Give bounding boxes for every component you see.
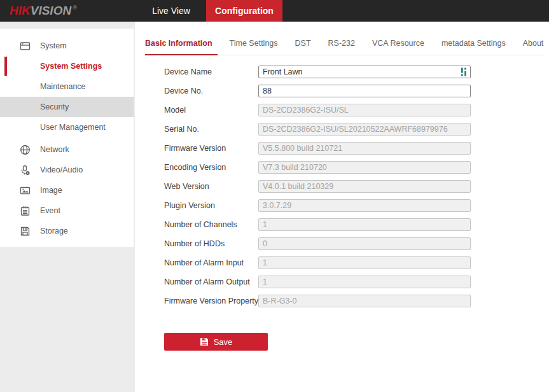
field-label: Serial No. [164,125,258,134]
sidebar-item-label: System [0,41,67,50]
field-label: Device Name [164,67,258,76]
sidebar-item-network[interactable]: Network [0,139,134,160]
sidebar-item-label: Network [0,145,69,154]
form-row-plugin-version: Plugin Version [164,196,471,215]
tab-basic-information[interactable]: Basic Information [145,33,212,55]
logo-text-red: HIK [10,4,31,18]
sidebar-item-label: Storage [0,227,68,235]
tab-time-settings[interactable]: Time Settings [230,33,278,55]
save-button[interactable]: Save [164,333,268,351]
logo-text-gray: VISION [31,4,71,18]
sidebar-item-label: Image [0,186,62,195]
notepad-icon [20,206,31,216]
nav-configuration[interactable]: Configuration [206,0,282,22]
main-content: Basic Information Time Settings DST RS-2… [135,22,549,392]
top-bar: HIKVISION® Live View Configuration [0,0,549,22]
field-label: Web Version [164,182,258,191]
basic-information-form: Device Name Device No. Model Serial No. … [164,62,471,311]
tab-rs-232[interactable]: RS-232 [328,33,355,55]
field-label: Firmware Version Property [164,297,258,305]
field-label: Model [164,106,258,115]
sidebar-item-system[interactable]: System [0,36,134,56]
field-label: Device No. [164,87,258,95]
field-label: Plugin Version [164,201,258,210]
sidebar-item-label: Security [0,102,69,111]
tab-metadata-settings[interactable]: metadata Settings [441,33,506,55]
encoding-version-field [258,161,471,174]
sidebar-menu: System System Settings Maintenance Secur… [0,29,134,247]
web-version-field [258,180,471,193]
form-row-number-of-alarm-output: Number of Alarm Output [164,272,471,291]
form-row-device-no: Device No. [164,81,471,101]
device-no-field[interactable] [258,85,471,97]
form-row-number-of-alarm-input: Number of Alarm Input [164,253,471,272]
firmware-version-property-field [258,295,471,307]
model-field [258,104,471,116]
serial-no-field [258,123,471,136]
top-navigation: Live View Configuration [136,0,282,22]
tab-bar: Basic Information Time Settings DST RS-2… [145,33,545,55]
form-row-model: Model [164,101,471,120]
num-hdds-field [258,237,471,250]
field-label: Number of HDDs [164,239,258,248]
form-row-encoding-version: Encoding Version [164,158,471,177]
input-indicator-icon [461,67,468,76]
form-row-number-of-hdds: Number of HDDs [164,234,471,253]
field-label: Number of Alarm Output [164,277,258,286]
sidebar-item-user-management[interactable]: User Management [0,117,134,137]
sidebar: System System Settings Maintenance Secur… [0,22,135,392]
form-row-serial-no: Serial No. [164,120,471,139]
firmware-version-field [258,142,471,155]
form-row-firmware-version: Firmware Version [164,139,471,158]
nav-live-view[interactable]: Live View [136,0,206,22]
picture-icon [20,185,31,196]
device-name-field[interactable] [258,66,471,78]
sidebar-item-label: Video/Audio [0,165,83,174]
floppy-disk-icon [20,226,31,237]
registered-mark: ® [73,4,77,11]
save-icon [200,337,209,346]
hikvision-logo: HIKVISION® [10,4,77,18]
tab-about[interactable]: About [523,33,544,55]
globe-icon [20,144,31,155]
save-button-label: Save [214,337,233,347]
form-row-web-version: Web Version [164,177,471,196]
sidebar-item-maintenance[interactable]: Maintenance [0,76,134,97]
field-label: Encoding Version [164,163,258,172]
num-alarm-input-field [258,256,471,269]
field-label: Number of Alarm Input [164,258,258,267]
form-row-device-name: Device Name [164,62,471,81]
num-alarm-output-field [258,276,471,288]
sidebar-item-system-settings[interactable]: System Settings [0,56,134,76]
sidebar-item-storage[interactable]: Storage [0,221,134,241]
tab-vca-resource[interactable]: VCA Resource [372,33,424,55]
sidebar-item-image[interactable]: Image [0,180,134,200]
sidebar-item-event[interactable]: Event [0,200,134,221]
sidebar-item-security[interactable]: Security [0,97,134,117]
field-label: Firmware Version [164,144,258,153]
microphone-icon [20,165,31,176]
num-channels-field [258,218,471,231]
sidebar-item-label: User Management [0,123,106,132]
sidebar-item-label: Maintenance [0,82,86,91]
plugin-version-field [258,199,471,212]
window-icon [20,41,31,52]
field-label: Number of Channels [164,220,258,229]
form-row-number-of-channels: Number of Channels [164,215,471,234]
sidebar-item-video-audio[interactable]: Video/Audio [0,160,134,180]
tab-dst[interactable]: DST [295,33,311,55]
sidebar-item-label: System Settings [0,62,102,71]
form-row-firmware-version-property: Firmware Version Property [164,291,471,311]
